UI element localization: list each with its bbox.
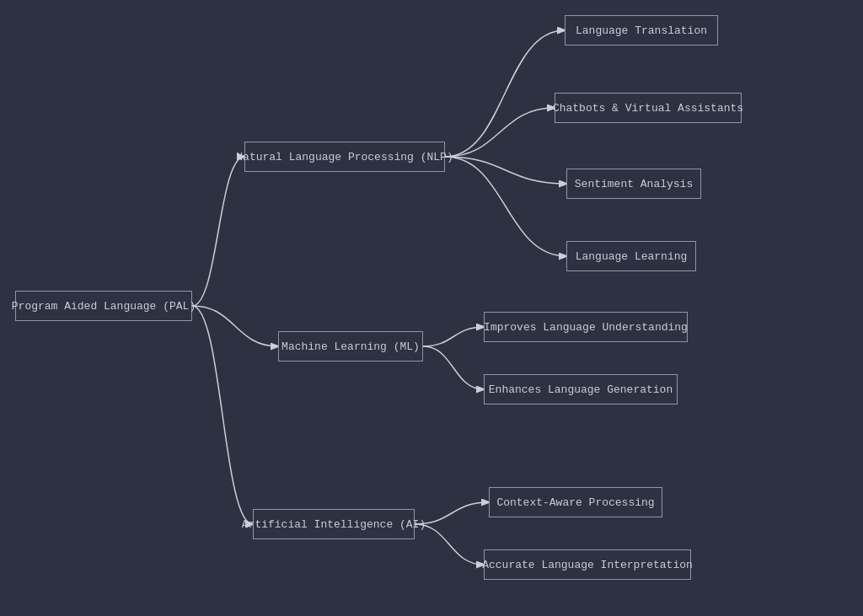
node-ilu: Improves Language Understanding <box>484 312 688 342</box>
node-elg: Enhances Language Generation <box>484 374 678 404</box>
line-nlp-lt <box>445 30 565 157</box>
node-lt: Language Translation <box>565 15 718 46</box>
node-ml: Machine Learning (ML) <box>278 331 423 362</box>
line-nlp-sa <box>445 157 566 184</box>
node-ll: Language Learning <box>566 241 696 271</box>
line-nlp-cva <box>445 108 555 157</box>
line-nlp-ll <box>445 157 566 256</box>
line-pal-nlp <box>192 157 244 306</box>
node-pal: Program Aided Language (PAL) <box>15 291 192 321</box>
node-ai: Artificial Intelligence (AI) <box>253 509 415 539</box>
diagram-container: Program Aided Language (PAL)Natural Lang… <box>0 0 863 616</box>
node-cva: Chatbots & Virtual Assistants <box>555 93 742 123</box>
line-pal-ai <box>192 306 253 524</box>
line-pal-ml <box>192 306 278 346</box>
node-ali: Accurate Language Interpretation <box>484 549 691 580</box>
node-sa: Sentiment Analysis <box>566 169 701 199</box>
node-cap: Context-Aware Processing <box>489 487 662 517</box>
node-nlp: Natural Language Processing (NLP) <box>244 142 445 172</box>
line-ml-ilu <box>423 327 484 346</box>
line-ml-elg <box>423 346 484 389</box>
